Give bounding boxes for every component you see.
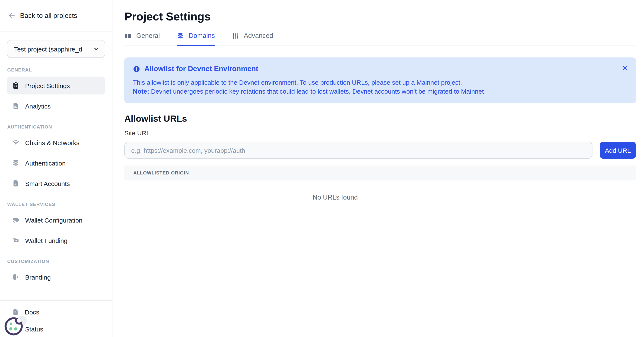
branding-icon	[12, 273, 20, 281]
banner-body: This allowlist is only applicable to the…	[133, 78, 628, 96]
table-empty-state: No URLs found	[124, 180, 546, 201]
allowlisted-origins-table: ALLOWLISTED ORIGIN No URLs found	[124, 166, 636, 201]
app-window: Back to all projects Test project (sapph…	[0, 0, 644, 337]
section-label-customization: CUSTOMIZATION	[7, 259, 105, 264]
tab-label: Domains	[189, 32, 215, 39]
sidebar-item-authentication[interactable]: Authentication	[7, 154, 105, 172]
section-label-wallet-services: WALLET SERVICES	[7, 202, 105, 207]
back-label: Back to all projects	[20, 12, 77, 19]
banner-close-button[interactable]	[620, 63, 630, 73]
tab-label: General	[136, 32, 160, 39]
main-content: Project Settings General Domains	[112, 0, 644, 337]
table-header-row: ALLOWLISTED ORIGIN	[124, 166, 636, 180]
alert-info-icon	[133, 65, 140, 72]
site-url-input[interactable]	[124, 142, 592, 159]
close-icon	[621, 64, 629, 72]
sidebar-item-label: Docs	[25, 308, 39, 316]
sidebar-item-label: Authentication	[25, 159, 66, 167]
docs-icon	[12, 308, 19, 316]
sidebar-item-label: Wallet Configuration	[25, 216, 82, 224]
tab-domains[interactable]: Domains	[177, 32, 215, 46]
sidebar-item-project-settings[interactable]: Project Settings	[7, 77, 105, 94]
sliders-icon	[232, 32, 239, 39]
wallet-funding-icon	[12, 237, 20, 244]
table-icon	[124, 32, 132, 39]
sidebar-item-wallet-configuration[interactable]: Wallet Configuration	[7, 211, 105, 229]
sidebar-item-label: Chains & Networks	[25, 139, 80, 146]
tab-advanced[interactable]: Advanced	[232, 32, 273, 46]
back-to-projects-button[interactable]: Back to all projects	[0, 0, 112, 20]
wifi-icon	[12, 139, 20, 146]
site-url-label: Site URL	[124, 129, 636, 137]
sidebar-item-label: Analytics	[25, 102, 51, 110]
status-cookie-icon	[0, 315, 28, 337]
sidebar-nav: GENERAL Project Settings	[0, 67, 112, 286]
banner-note-label: Note:	[133, 88, 149, 95]
analytics-icon	[12, 102, 20, 110]
sidebar-item-label: Branding	[25, 273, 51, 281]
banner-title: Allowlist for Devnet Environment	[144, 65, 258, 73]
allowlist-urls-heading: Allowlist URLs	[124, 114, 636, 124]
sidebar-item-label: Project Settings	[25, 82, 70, 89]
document-icon	[12, 180, 20, 187]
devnet-allowlist-banner: Allowlist for Devnet Environment This al…	[124, 57, 636, 103]
tab-bar: General Domains Advanced	[124, 32, 636, 46]
tab-label: Advanced	[244, 32, 273, 39]
banner-line1: This allowlist is only applicable to the…	[133, 78, 628, 87]
sidebar-item-chains-networks[interactable]: Chains & Networks	[7, 134, 105, 151]
wallet-gear-icon	[12, 216, 20, 224]
add-url-button[interactable]: Add URL	[600, 142, 636, 159]
page-title: Project Settings	[124, 10, 636, 23]
project-selector-value: Test project (sapphire_d	[14, 45, 91, 52]
sidebar: Back to all projects Test project (sapph…	[0, 0, 112, 337]
sidebar-item-label: Smart Accounts	[25, 180, 70, 187]
sidebar-item-analytics[interactable]: Analytics	[7, 97, 105, 115]
table-header-allowlisted-origin: ALLOWLISTED ORIGIN	[133, 170, 189, 175]
sidebar-item-branding[interactable]: Branding	[7, 268, 105, 286]
clipboard-icon	[12, 82, 20, 89]
banner-note-line: Note: Devnet undergoes periodic key rota…	[133, 87, 628, 96]
section-label-general: GENERAL	[7, 67, 105, 72]
banner-note-text: Devnet undergoes periodic key rotations …	[149, 88, 484, 95]
chevron-down-icon	[93, 45, 100, 52]
arrow-left-icon	[8, 11, 16, 20]
sidebar-item-wallet-funding[interactable]: Wallet Funding	[7, 232, 105, 249]
tab-general[interactable]: General	[124, 32, 160, 46]
cookie-consent-widget[interactable]	[0, 315, 28, 337]
sidebar-item-smart-accounts[interactable]: Smart Accounts	[7, 174, 105, 192]
database-icon	[177, 32, 184, 39]
section-label-authentication: AUTHENTICATION	[7, 124, 105, 129]
empty-state-text: No URLs found	[313, 194, 358, 201]
database-icon	[12, 159, 20, 167]
project-selector-dropdown[interactable]: Test project (sapphire_d	[7, 40, 105, 58]
sidebar-item-label: Wallet Funding	[25, 237, 68, 244]
